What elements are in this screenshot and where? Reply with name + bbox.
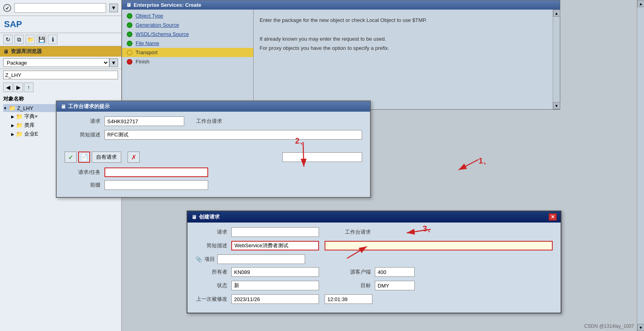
- main-scrollbar: ▲ ▼: [637, 0, 644, 331]
- step-dot-generation-source: [127, 22, 132, 28]
- dialog-create-request: 🖥 创建请求 ✕ 请求 工作台请求 简短描述 📎 项目 所有者 源客户端 状态: [187, 211, 561, 313]
- d2-project-label: 项目: [205, 256, 215, 263]
- d2-shortdesc-label: 简短描述: [195, 242, 227, 249]
- step-finish[interactable]: Finish: [122, 57, 253, 66]
- section-title: 🖥 资源库浏览器: [0, 46, 121, 57]
- d2-modified-label: 上一次被修改: [195, 296, 227, 303]
- d2-target-input[interactable]: [375, 281, 415, 290]
- d2-workbench-label: 工作台请求: [339, 229, 371, 236]
- d2-request-label: 请求: [195, 229, 227, 236]
- d2-owner-row: 所有者 源客户端: [195, 267, 553, 277]
- back-btn[interactable]: ◀: [3, 83, 13, 92]
- es-title-text: Enterprise Services: Create: [134, 2, 201, 8]
- folder-icon[interactable]: 📁: [26, 35, 35, 44]
- own-request-btn[interactable]: 自有请求: [92, 152, 121, 163]
- step-label-object-type: Object Type: [136, 13, 163, 19]
- request-task-row: 请求/任务: [65, 167, 362, 177]
- desc-line1: Enter the package for the new object or …: [260, 16, 547, 25]
- prefix-row: 前缀: [65, 180, 362, 190]
- desc-input[interactable]: [104, 130, 362, 140]
- package-input[interactable]: [3, 71, 118, 79]
- request-task-label: 请求/任务: [65, 169, 100, 176]
- forward-btn[interactable]: ▶: [14, 83, 23, 92]
- tree-ent-label: 企业E: [24, 130, 38, 138]
- d2-status-input[interactable]: [231, 281, 319, 290]
- step-dot-file-name: [127, 41, 132, 46]
- package-dropdown[interactable]: Package: [3, 58, 109, 67]
- d2-sourceclient-input[interactable]: [375, 267, 415, 277]
- dialog1-body: 请求 工作台请求 简短描述: [57, 112, 370, 148]
- es-body: Object Type Generation Source WSDL/Schem…: [122, 10, 560, 109]
- d2-status-label: 状态: [195, 282, 227, 289]
- d2-request-row: 请求 工作台请求: [195, 227, 553, 237]
- sap-checkbox[interactable]: [3, 4, 11, 12]
- tree-toggle-icon: ▼: [3, 106, 7, 110]
- step-label-finish: Finish: [136, 59, 150, 65]
- dropdown-arrow[interactable]: ▼: [109, 58, 118, 67]
- main-scroll-up-btn[interactable]: ▲: [637, 0, 644, 7]
- dialog2-close-btn[interactable]: ✕: [549, 213, 557, 221]
- sap-expand-btn[interactable]: ▼: [109, 4, 118, 12]
- step-dot-transport: [127, 50, 132, 55]
- d2-project-row: 📎 项目: [195, 254, 553, 264]
- tree-dict-toggle: ▶: [11, 114, 14, 119]
- sap-logo: SAP: [0, 16, 121, 33]
- sap-top-input[interactable]: [14, 3, 106, 13]
- cancel-btn[interactable]: ✗: [128, 152, 140, 163]
- step-file-name[interactable]: File Name: [122, 39, 253, 48]
- request-label: 请求: [65, 118, 100, 125]
- step-label-generation-source: Generation Source: [136, 22, 179, 28]
- up-btn[interactable]: ↑: [24, 83, 33, 92]
- tree-class-toggle: ▶: [11, 123, 14, 128]
- dialog1-buttons: ✓ 📄 自有请求 ✗: [57, 148, 370, 166]
- request-row: 请求 工作台请求: [65, 116, 362, 126]
- d2-shortdesc-extra[interactable]: [325, 241, 553, 250]
- step-generation-source[interactable]: Generation Source: [122, 20, 253, 30]
- dialog2-title-text: 创建请求: [199, 213, 220, 221]
- d2-project-icon: 📎: [195, 256, 202, 262]
- annotation-1: 1、: [479, 156, 491, 166]
- es-description-panel: Enter the package for the new object or …: [254, 10, 553, 109]
- step-wsdl-schema[interactable]: WSDL/Schema Source: [122, 30, 253, 39]
- new-request-btn[interactable]: 📄: [78, 152, 90, 163]
- section-icon: 🖥: [3, 49, 8, 55]
- es-titlebar: 🖥 Enterprise Services: Create: [122, 0, 560, 10]
- transport-section: 请求/任务 前缀: [57, 166, 370, 197]
- d2-modified-time[interactable]: [325, 294, 372, 304]
- step-transport[interactable]: Transport: [122, 48, 253, 57]
- right-input-1[interactable]: [282, 152, 362, 162]
- prefix-input[interactable]: [104, 180, 208, 190]
- sap-toolbar: ↻ ⧉ 📁 💾 ℹ: [0, 33, 121, 46]
- d2-shortdesc-row: 简短描述: [195, 241, 553, 250]
- step-label-transport: Transport: [136, 49, 158, 55]
- step-dot-object-type: [127, 13, 132, 19]
- dialog1-titlebar: 🖥 工作台请求的提示: [57, 101, 370, 112]
- info-icon[interactable]: ℹ: [48, 35, 57, 44]
- d2-project-input[interactable]: [217, 254, 305, 264]
- request-input[interactable]: [104, 116, 184, 126]
- tree-root-label: Z_LHY: [17, 105, 33, 111]
- tree-folder-icon: 📁: [9, 105, 16, 111]
- watermark: CSDN @1314lay_1007: [584, 323, 634, 329]
- es-titlebar-icon: 🖥: [126, 2, 131, 8]
- copy-icon[interactable]: ⧉: [14, 35, 24, 44]
- sap-topbar: ▼: [0, 0, 121, 16]
- save-icon[interactable]: 💾: [37, 35, 46, 44]
- d2-modified-date[interactable]: [231, 294, 319, 304]
- tree-dict-label: 字典×: [24, 113, 38, 120]
- refresh-icon[interactable]: ↻: [3, 35, 13, 44]
- main-scroll-down-btn[interactable]: ▼: [637, 324, 644, 331]
- d2-shortdesc-input[interactable]: [231, 241, 319, 250]
- d2-status-row: 状态 目标: [195, 281, 553, 290]
- scroll-down-btn[interactable]: ▼: [553, 102, 560, 109]
- d2-owner-input[interactable]: [231, 267, 319, 277]
- d2-request-input[interactable]: [231, 227, 319, 237]
- section-title-text: 资源库浏览器: [11, 48, 42, 55]
- step-object-type[interactable]: Object Type: [122, 11, 253, 20]
- confirm-btn[interactable]: ✓: [65, 152, 77, 163]
- dialog2-icon: 🖥: [191, 214, 197, 220]
- scroll-up-btn[interactable]: ▲: [553, 10, 560, 17]
- es-scrollbar: ▲ ▼: [553, 10, 560, 109]
- request-task-input[interactable]: [104, 167, 208, 177]
- step-label-wsdl-schema: WSDL/Schema Source: [136, 31, 189, 37]
